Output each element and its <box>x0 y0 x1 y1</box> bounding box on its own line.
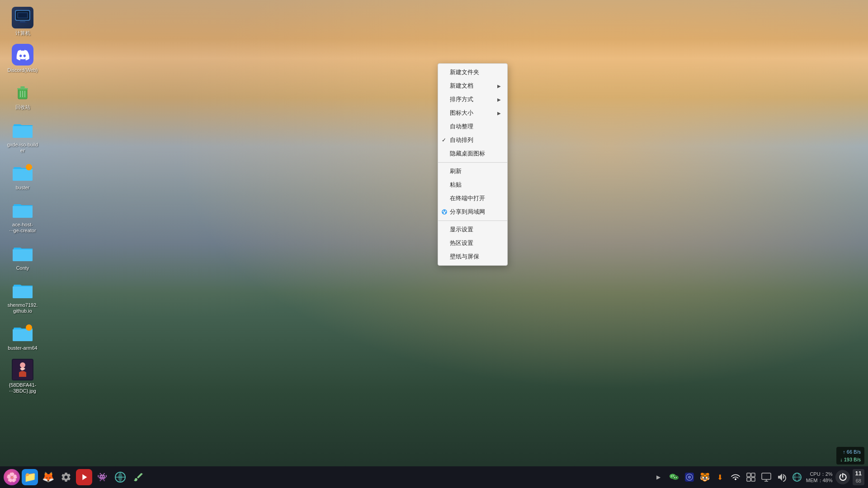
svg-point-18 <box>443 212 444 214</box>
desktop-icon-buster[interactable]: buster <box>5 159 41 193</box>
menu-wallpaper[interactable]: 壁纸与屏保 <box>438 250 507 263</box>
separator-1 <box>438 162 507 163</box>
arrow-icon: ▶ <box>497 111 501 116</box>
time-minute: 68 <box>855 478 862 484</box>
mem-stat: MEM：48% <box>806 477 833 483</box>
tray-display[interactable] <box>760 471 773 483</box>
upload-speed: ↑ 66 B/s <box>840 448 861 456</box>
discord-icon-img <box>12 44 33 66</box>
svg-rect-34 <box>747 473 750 477</box>
taskbar-screen-recorder[interactable] <box>76 469 92 485</box>
power-button[interactable] <box>835 470 850 484</box>
tray-taskview[interactable] <box>745 471 757 483</box>
menu-icon-size[interactable]: 图标大小 ▶ <box>438 106 507 120</box>
taskbar-files[interactable]: 📁 <box>22 469 38 485</box>
shenmo-icon-label: shenmo7192.github.io <box>7 302 38 314</box>
menu-display-settings[interactable]: 显示设置 <box>438 223 507 236</box>
buster-icon-label: buster <box>16 185 30 191</box>
taskbar-paint[interactable] <box>130 469 146 485</box>
svg-point-26 <box>671 476 672 477</box>
desktop-icon-jpg[interactable]: {58DBFA41-···3BDC}.jpg <box>5 357 41 396</box>
svg-point-33 <box>689 477 690 478</box>
svg-point-17 <box>444 210 445 211</box>
taskbar-settings[interactable] <box>58 469 74 485</box>
tray-music[interactable] <box>683 471 696 483</box>
buster-arm64-icon-label: buster-arm64 <box>8 345 37 351</box>
ace-host-icon-img <box>12 198 33 220</box>
separator-2 <box>438 221 507 221</box>
time-hour: 11 <box>855 470 862 478</box>
menu-auto-sort[interactable]: ✓ 自动排列 <box>438 133 507 147</box>
computer-icon-img <box>12 7 33 28</box>
taskbar-network[interactable] <box>112 469 128 485</box>
menu-sort[interactable]: 排序方式 ▶ <box>438 93 507 106</box>
cpu-stat: CPU：2% <box>806 471 833 477</box>
desktop-icon-conty[interactable]: Conty <box>5 239 41 273</box>
desktop-icon-computer[interactable]: 计算机 <box>5 5 41 38</box>
tray-download[interactable]: ⬇ <box>714 471 726 483</box>
svg-rect-7 <box>17 88 28 89</box>
tray-network2[interactable] <box>791 471 803 483</box>
svg-rect-5 <box>18 22 27 23</box>
buster-icon-img <box>12 161 33 183</box>
arrow-icon: ▶ <box>497 84 501 89</box>
tiger-icon: 🐯 <box>700 472 710 482</box>
arrow-icon: ▶ <box>497 97 501 102</box>
menu-new-folder[interactable]: 新建文件夹 <box>438 66 507 79</box>
desktop-icon-trash[interactable]: 回收站 <box>5 79 41 113</box>
power-icon <box>839 473 847 481</box>
desktop-icon-discord[interactable]: Discord(Web) <box>5 42 41 75</box>
launcher-icon: 🌸 <box>6 472 18 483</box>
trash-icon-img <box>12 81 33 103</box>
desktop: 计算机 Discord(Web) <box>0 0 868 488</box>
volume-icon <box>777 473 787 482</box>
menu-refresh[interactable]: 刷新 <box>438 164 507 178</box>
jpg-icon-img <box>12 359 33 380</box>
svg-point-27 <box>673 476 674 477</box>
menu-hotzone-settings[interactable]: 热区设置 <box>438 236 507 250</box>
trash-icon-label: 回收站 <box>15 104 30 110</box>
ace-host-icon-label: ace-host-···ge-creator <box>9 222 36 234</box>
system-time[interactable]: 11 68 <box>853 469 864 485</box>
svg-point-28 <box>674 477 675 478</box>
taskbar-firefox[interactable]: 🦊 <box>40 469 56 485</box>
download-icon: ⬇ <box>717 473 723 482</box>
taskbar-launcher[interactable]: 🌸 <box>4 469 20 485</box>
tray-tiger[interactable]: 🐯 <box>698 471 711 483</box>
svg-rect-8 <box>20 86 25 88</box>
svg-rect-37 <box>751 478 755 481</box>
menu-paste[interactable]: 粘贴 <box>438 178 507 192</box>
menu-open-terminal[interactable]: 在终端中打开 <box>438 192 507 205</box>
paint-icon <box>133 472 144 483</box>
taskbar-steam[interactable]: 👾 <box>94 469 110 485</box>
desktop-icon-shenmo[interactable]: shenmo7192.github.io <box>5 277 41 316</box>
jpg-icon-label: {58DBFA41-···3BDC}.jpg <box>9 382 37 394</box>
conty-icon-label: Conty <box>16 265 29 271</box>
desktop-icon-buster-arm64[interactable]: buster-arm64 <box>5 319 41 353</box>
menu-auto-arrange[interactable]: 自动整理 <box>438 120 507 133</box>
desktop-icon-ace-host[interactable]: ace-host-···ge-creator <box>5 196 41 236</box>
gxde-iso-icon-label: gxde-iso-builder <box>7 142 38 154</box>
tray-wechat[interactable] <box>668 471 680 483</box>
svg-line-21 <box>444 211 446 212</box>
wifi-icon <box>731 472 741 482</box>
wallpaper <box>0 0 868 488</box>
tray-volume[interactable] <box>775 471 788 483</box>
svg-rect-3 <box>18 13 27 18</box>
gxde-iso-icon-img <box>12 118 33 140</box>
tray-wifi[interactable] <box>729 471 742 483</box>
network2-icon <box>792 472 802 482</box>
menu-share-lan[interactable]: 分享到局域网 <box>438 205 507 219</box>
menu-hide-icons[interactable]: 隐藏桌面图标 <box>438 147 507 160</box>
tray-expand[interactable]: ▶ <box>652 471 665 483</box>
checkmark-icon: ✓ <box>442 137 446 143</box>
steam-icon: 👾 <box>97 472 107 482</box>
svg-rect-38 <box>762 473 771 479</box>
desktop-icon-gxde-iso[interactable]: gxde-iso-builder <box>5 116 41 156</box>
menu-new-doc[interactable]: 新建文档 ▶ <box>438 79 507 93</box>
download-speed: ↓ 193 B/s <box>840 456 861 464</box>
buster-arm64-icon-img <box>12 322 33 343</box>
record-icon <box>79 472 89 482</box>
svg-rect-35 <box>751 473 755 477</box>
svg-rect-36 <box>747 478 750 481</box>
